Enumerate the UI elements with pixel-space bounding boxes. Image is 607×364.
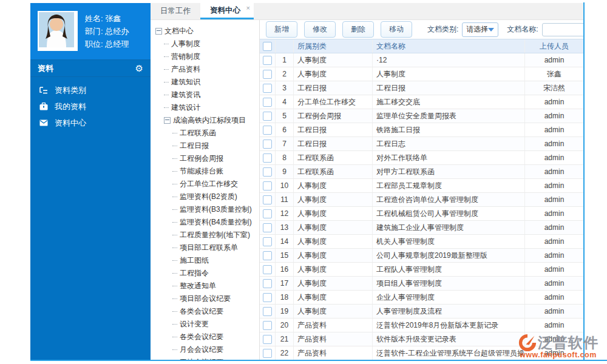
tree-item[interactable]: 节能减排台账 [155, 165, 259, 178]
row-checkbox[interactable] [263, 98, 272, 107]
sidebar-item-label: 资料中心 [55, 118, 86, 129]
tree-item[interactable]: 人事制度 [155, 38, 259, 50]
edit-button[interactable]: 修改 [304, 21, 336, 38]
row-checkbox[interactable] [263, 223, 272, 232]
collapse-icon[interactable] [164, 117, 171, 124]
tree-connector [172, 222, 177, 223]
table-row[interactable]: 14人事制度机关人事管理制度admin [260, 235, 583, 249]
table-row[interactable]: 1人事制度·12admin [260, 53, 583, 67]
sidebar-item-data-center[interactable]: 资料中心 [30, 115, 151, 131]
close-icon[interactable]: × [246, 4, 250, 12]
cell-document-name: 建筑施工企业人事管理制度 [373, 221, 525, 234]
tree-item-label: 营销制度 [171, 52, 200, 62]
select-all-checkbox[interactable] [263, 42, 272, 51]
table-row[interactable]: 5工程例会周报监理单位安全质量周报表admin [260, 109, 583, 123]
tree-item-label: 建筑资讯 [171, 90, 200, 100]
tree-item[interactable]: 整改通知单 [155, 280, 259, 292]
row-checkbox[interactable] [263, 70, 272, 79]
move-button[interactable]: 移动 [381, 21, 412, 38]
tree-item[interactable]: 建筑知识 [155, 76, 259, 89]
table-row[interactable]: 13人事制度建筑施工企业人事管理制度admin [260, 221, 583, 235]
tree-item[interactable]: 设计变更 [155, 318, 259, 331]
sidebar-item-my-data[interactable]: 我的资料 [30, 98, 151, 115]
row-checkbox[interactable] [263, 335, 272, 344]
tree-root-label: 文档中心 [164, 26, 194, 36]
tree-item[interactable]: 项目部会议纪要 [155, 292, 259, 305]
tree-item[interactable]: 工程质量控制(地下室) [155, 229, 259, 241]
row-checkbox[interactable] [263, 237, 272, 246]
row-checkbox[interactable] [263, 293, 272, 302]
table-row[interactable]: 15人事制度公司人事规章制度2019最新整理版admin [260, 249, 583, 263]
row-checkbox[interactable] [263, 126, 272, 135]
tree-item[interactable]: 监理资料(B3质量控制) [155, 203, 259, 216]
table-row[interactable]: 8工程联系函对外工作联络单admin [260, 151, 583, 165]
tree-item-label: 月会会议纪要 [180, 345, 223, 355]
row-checkbox[interactable] [263, 251, 272, 260]
row-checkbox[interactable] [263, 84, 272, 93]
table-row[interactable]: 3工程日报工程日报宋洁然 [260, 81, 583, 95]
doc-type-select[interactable]: 请选择 [462, 22, 498, 37]
row-checkbox[interactable] [263, 56, 272, 65]
table-row[interactable]: 18人事制度企业人事管理制度admin [260, 291, 583, 305]
tree-item[interactable]: 各类会议纪要 [155, 305, 259, 318]
tree-root[interactable]: 文档中心 [155, 25, 259, 38]
gear-icon[interactable]: ⚙ [135, 63, 143, 74]
collapse-icon[interactable] [155, 28, 162, 35]
tree-connector [172, 286, 177, 286]
cell-uploader: 张鑫 [525, 67, 583, 81]
table-row[interactable]: 12人事制度工程机械租赁公司人事管理制度admin [260, 207, 583, 221]
tree-item[interactable]: 各类会议纪要 [155, 331, 259, 343]
category-tree-icon [39, 86, 49, 95]
row-checkbox[interactable] [263, 181, 272, 190]
table-row[interactable]: 11人事制度工程造价咨询单位人事管理制度admin [260, 193, 583, 207]
table-row[interactable]: 9工程联系函对甲方工程联系函admin [260, 165, 583, 179]
tree-item[interactable]: 营销制度 [155, 50, 259, 63]
row-checkbox[interactable] [263, 167, 272, 177]
tab-data-center[interactable]: 资料中心 × [200, 3, 254, 19]
tab-daily-work[interactable]: 日常工作 [151, 3, 200, 19]
row-checkbox[interactable] [263, 140, 272, 149]
row-checkbox[interactable] [263, 349, 272, 358]
add-button[interactable]: 新增 [266, 21, 297, 38]
row-checkbox[interactable] [263, 279, 272, 288]
delete-button[interactable]: 删除 [342, 21, 374, 38]
row-checkbox[interactable] [263, 153, 272, 163]
row-checkbox[interactable] [263, 265, 272, 274]
table-row[interactable]: 17人事制度项目组人事管理制度admin [260, 277, 583, 291]
tree-item[interactable]: 监理资料(B2资质) [155, 190, 259, 203]
tree-item[interactable]: 工程指令 [155, 267, 259, 280]
tree-item[interactable]: 建筑资讯 [155, 89, 259, 101]
table-row[interactable]: 7工程日报工程日志admin [260, 137, 583, 151]
table-row[interactable]: 4分工单位工作移交施工移交交底admin [260, 95, 583, 109]
table-row[interactable]: 19人事制度人事管理制度及流程admin [260, 305, 583, 318]
tree-item[interactable]: 工程日报 [155, 140, 259, 152]
row-checkbox[interactable] [263, 209, 272, 218]
cell-uploader: admin [525, 235, 583, 248]
row-checkbox[interactable] [263, 321, 272, 330]
sidebar-section-header: 资料 ⚙ [30, 60, 151, 77]
row-checkbox[interactable] [263, 112, 272, 121]
table-row[interactable]: 6工程日报铁路施工日报admin [260, 123, 583, 137]
table-row[interactable]: 2人事制度人事制度张鑫 [260, 67, 583, 81]
table-row[interactable]: 20产品资料泛普软件2019年8月份新版本更新记录admin [260, 318, 583, 332]
row-checkbox[interactable] [263, 307, 272, 316]
tree-item[interactable]: 分工单位工作移交 [155, 178, 259, 190]
tree-item[interactable]: 建筑设计 [155, 101, 259, 114]
cell-category: 人事制度 [294, 249, 373, 262]
tree-item[interactable]: 施工图纸 [155, 254, 259, 267]
tree-item-label: 工程例会周报 [180, 153, 223, 164]
tree-item[interactable]: 产品资料 [155, 63, 259, 76]
tree-item[interactable]: 月会会议纪要 [155, 343, 259, 356]
row-checkbox[interactable] [263, 195, 272, 204]
table-row[interactable]: 16人事制度工程队人事管理制度admin [260, 263, 583, 277]
tree-item[interactable]: 项目部工程联系单 [155, 241, 259, 254]
tree-project-node[interactable]: 成渝高铁内江标段项目 [155, 114, 259, 127]
doc-name-input[interactable] [542, 23, 583, 36]
tree-item[interactable]: 工程例会周报 [155, 152, 259, 165]
sidebar-item-category[interactable]: 资料类别 [30, 82, 151, 98]
tree-item[interactable]: 工程联系函 [155, 127, 259, 140]
tree-item[interactable]: 监理资料(B4质量控制) [155, 216, 259, 229]
brand-url: www.fanpusoft.com [520, 351, 597, 359]
row-number: 11 [276, 193, 294, 206]
table-row[interactable]: 10人事制度工程部员工规章制度admin [260, 179, 583, 193]
